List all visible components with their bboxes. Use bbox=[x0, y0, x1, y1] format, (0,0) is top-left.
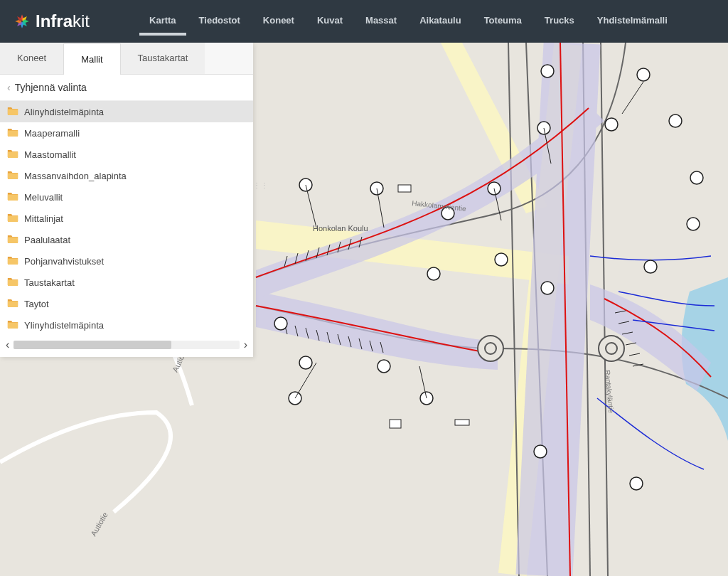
folder-icon bbox=[7, 319, 18, 331]
main-nav: KarttaTiedostotKoneetKuvatMassatAikataul… bbox=[139, 8, 678, 36]
logo-icon bbox=[13, 12, 31, 31]
nav-item-koneet[interactable]: Koneet bbox=[253, 8, 304, 36]
svg-line-64 bbox=[622, 82, 643, 114]
svg-point-57 bbox=[541, 282, 554, 294]
model-folder-item[interactable]: Maastomallit bbox=[0, 144, 253, 165]
svg-point-56 bbox=[495, 253, 508, 266]
model-folder-item[interactable]: Alinyhdistelmäpinta bbox=[0, 101, 253, 122]
folder-icon bbox=[7, 255, 18, 267]
svg-line-60 bbox=[306, 185, 316, 228]
svg-point-40 bbox=[427, 267, 440, 280]
model-folder-label: Paalulaatat bbox=[24, 235, 70, 245]
svg-point-53 bbox=[644, 260, 657, 273]
model-folder-item[interactable]: Taytot bbox=[0, 293, 253, 314]
model-folder-label: Massanvaihdon_alapinta bbox=[24, 171, 127, 181]
svg-point-49 bbox=[299, 356, 312, 369]
scroll-left-icon[interactable]: ‹ bbox=[4, 338, 11, 351]
folder-icon bbox=[7, 277, 18, 288]
sidebar-tabs: KoneetMallitTaustakartat bbox=[0, 43, 253, 75]
model-folder-label: Meluvallit bbox=[24, 192, 63, 203]
model-folder-item[interactable]: Taustakartat bbox=[0, 272, 253, 293]
svg-point-11 bbox=[485, 343, 496, 354]
logo: Infrakit bbox=[13, 11, 90, 31]
model-folder-label: Alinyhdistelmäpinta bbox=[24, 107, 104, 117]
folder-icon bbox=[7, 234, 18, 245]
scroll-right-icon[interactable]: › bbox=[242, 338, 249, 351]
folder-icon bbox=[7, 191, 18, 203]
model-folder-label: Ylinyhdistelmäpinta bbox=[24, 320, 104, 331]
nav-item-kuvat[interactable]: Kuvat bbox=[307, 8, 353, 36]
svg-rect-68 bbox=[398, 185, 411, 192]
folder-icon bbox=[7, 170, 18, 181]
folder-icon bbox=[7, 127, 18, 139]
folder-icon bbox=[7, 149, 18, 160]
svg-point-44 bbox=[605, 118, 618, 131]
model-folder-item[interactable]: Paalulaatat bbox=[0, 229, 253, 250]
svg-line-36 bbox=[629, 353, 640, 356]
nav-item-yhdistelmämalli[interactable]: Yhdistelmämalli bbox=[587, 8, 678, 36]
clear-selection-row[interactable]: ‹ Tyhjennä valinta bbox=[0, 75, 253, 101]
model-folder-item[interactable]: Massanvaihdon_alapinta bbox=[0, 165, 253, 186]
clear-selection-label: Tyhjennä valinta bbox=[15, 82, 87, 93]
model-folder-item[interactable]: Pohjanvahvistukset bbox=[0, 250, 253, 272]
nav-item-aikataulu[interactable]: Aikataulu bbox=[410, 8, 471, 36]
model-folder-item[interactable]: Meluvallit bbox=[0, 186, 253, 208]
map-label-koulu: Honkolan Koulu bbox=[313, 224, 368, 233]
model-folder-label: Maastomallit bbox=[24, 149, 76, 160]
scroll-track[interactable] bbox=[14, 341, 239, 349]
nav-item-massat[interactable]: Massat bbox=[355, 8, 407, 36]
brand-name: Infrakit bbox=[36, 11, 90, 31]
svg-point-47 bbox=[690, 171, 703, 184]
svg-point-59 bbox=[534, 445, 547, 458]
folder-icon bbox=[7, 213, 18, 224]
model-folder-label: Taytot bbox=[24, 299, 49, 309]
chevron-left-icon[interactable]: ‹ bbox=[7, 82, 11, 93]
svg-point-45 bbox=[637, 68, 650, 81]
svg-point-48 bbox=[274, 317, 287, 330]
nav-item-toteuma[interactable]: Toteuma bbox=[474, 8, 532, 36]
sidebar-horizontal-scrollbar[interactable]: ‹ › bbox=[0, 336, 253, 357]
sidebar-resize-handle[interactable]: ⋮⋮ bbox=[253, 181, 260, 196]
model-list: AlinyhdistelmäpintaMaaperamalliMaastomal… bbox=[0, 101, 253, 336]
svg-point-50 bbox=[378, 360, 390, 373]
svg-line-35 bbox=[626, 343, 636, 345]
svg-point-54 bbox=[687, 218, 700, 230]
svg-point-58 bbox=[630, 477, 643, 490]
svg-point-13 bbox=[606, 343, 617, 354]
model-folder-item[interactable]: Maaperamalli bbox=[0, 122, 253, 144]
main-area: Autiotie Autiotie Honkolan Koulu Hakkola… bbox=[0, 43, 728, 576]
model-folder-label: Taustakartat bbox=[24, 277, 75, 288]
svg-point-46 bbox=[669, 114, 682, 127]
model-folder-label: Pohjanvahvistukset bbox=[24, 256, 104, 267]
sidebar: KoneetMallitTaustakartat ‹ Tyhjennä vali… bbox=[0, 43, 253, 357]
nav-item-kartta[interactable]: Kartta bbox=[139, 8, 186, 36]
svg-point-43 bbox=[541, 65, 554, 78]
svg-rect-67 bbox=[390, 420, 401, 428]
folder-icon bbox=[7, 298, 18, 309]
model-folder-item[interactable]: Ylinyhdistelmäpinta bbox=[0, 314, 253, 336]
sidebar-tab-mallit[interactable]: Mallit bbox=[63, 43, 120, 75]
scroll-thumb[interactable] bbox=[14, 341, 171, 349]
model-folder-label: Mittalinjat bbox=[24, 213, 63, 224]
sidebar-tab-taustakartat[interactable]: Taustakartat bbox=[121, 43, 205, 74]
model-folder-label: Maaperamalli bbox=[24, 128, 80, 139]
folder-icon bbox=[7, 106, 18, 117]
app-header: Infrakit KarttaTiedostotKoneetKuvatMassa… bbox=[0, 0, 728, 43]
svg-rect-69 bbox=[455, 420, 469, 425]
sidebar-tab-koneet[interactable]: Koneet bbox=[0, 43, 63, 74]
model-folder-item[interactable]: Mittalinjat bbox=[0, 208, 253, 229]
nav-item-trucks[interactable]: Trucks bbox=[535, 8, 584, 36]
nav-item-tiedostot[interactable]: Tiedostot bbox=[189, 8, 250, 36]
